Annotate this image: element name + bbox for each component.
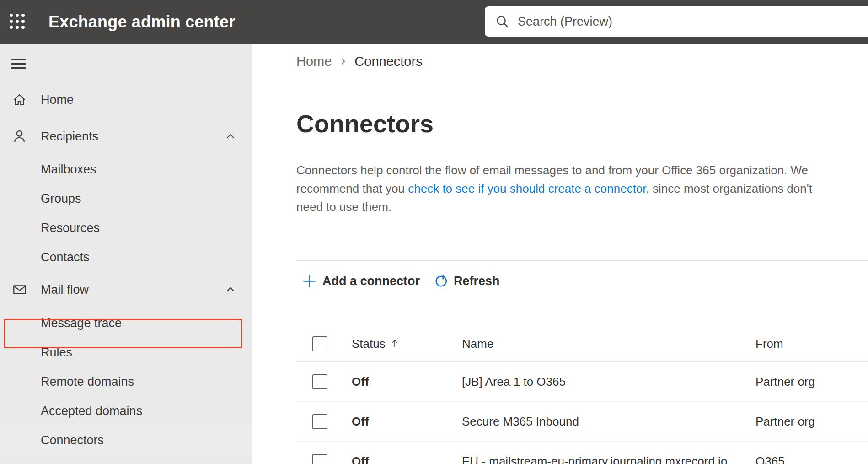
row-checkbox[interactable] <box>312 374 327 389</box>
refresh-icon <box>434 274 448 288</box>
row-checkbox[interactable] <box>312 414 327 429</box>
app-title: Exchange admin center <box>48 0 235 44</box>
add-connector-button[interactable]: Add a connector <box>296 274 420 289</box>
sidebar-item-label: Remote domains <box>41 375 134 389</box>
column-header-status[interactable]: Status <box>352 337 386 351</box>
home-icon <box>12 92 27 108</box>
sidebar-item-contacts[interactable]: Contacts <box>0 243 252 272</box>
sidebar-item-label: Rules <box>41 345 72 360</box>
chevron-up-icon[interactable] <box>225 284 236 295</box>
select-all-checkbox[interactable] <box>312 336 327 351</box>
exchange-admin-center-app: Exchange admin center Home <box>0 0 868 464</box>
sidebar-item-label: Recipients <box>41 129 98 144</box>
table-row[interactable]: Off Secure M365 Inbound Partner org <box>296 402 868 442</box>
row-checkbox[interactable] <box>312 454 327 464</box>
chevron-up-icon[interactable] <box>225 131 236 142</box>
top-bar: Exchange admin center <box>0 0 868 44</box>
cell-from: O365 <box>755 454 868 464</box>
cell-status: Off <box>352 375 462 389</box>
breadcrumb-home-link[interactable]: Home <box>296 54 332 69</box>
refresh-button[interactable]: Refresh <box>434 274 500 288</box>
sidebar-item-label: Contacts <box>41 250 90 264</box>
cell-name[interactable]: EU - mailstream-eu-primary.journaling.mx… <box>462 454 755 464</box>
column-header-from[interactable]: From <box>755 337 783 351</box>
search-icon <box>495 14 509 29</box>
breadcrumb: Home Connectors <box>296 54 868 68</box>
toolbar-divider <box>296 260 868 261</box>
cell-from: Partner org <box>755 375 868 389</box>
cell-status: Off <box>352 415 462 429</box>
breadcrumb-current: Connectors <box>354 54 422 69</box>
sidebar-item-remote-domains[interactable]: Remote domains <box>0 367 252 396</box>
main-content: Home Connectors Connectors Connectors he… <box>252 44 868 464</box>
page-title: Connectors <box>296 111 868 136</box>
search-box[interactable] <box>485 6 868 37</box>
cell-status: Off <box>352 454 462 464</box>
sidebar-item-label: Message trace <box>41 316 122 330</box>
sidebar-item-label: Home <box>41 93 74 107</box>
sidebar-nav: Home Recipients Mailboxes <box>0 44 252 464</box>
connectors-table: Status Name From Off <box>296 326 868 464</box>
sidebar-item-home[interactable]: Home <box>0 85 252 114</box>
cell-from: Partner org <box>755 415 868 429</box>
sidebar-item-label: Groups <box>41 192 81 206</box>
create-connector-check-link[interactable]: check to see if you should create a conn… <box>408 182 649 195</box>
sidebar-item-groups[interactable]: Groups <box>0 184 252 213</box>
page-description: Connectors help control the flow of emai… <box>296 161 841 216</box>
sidebar-item-recipients[interactable]: Recipients <box>0 122 252 151</box>
sidebar-item-rules[interactable]: Rules <box>0 338 252 367</box>
cell-name[interactable]: [JB] Area 1 to O365 <box>462 375 755 389</box>
sidebar-item-message-trace[interactable]: Message trace <box>0 308 252 338</box>
chevron-right-icon <box>338 56 348 66</box>
sidebar-item-accepted-domains[interactable]: Accepted domains <box>0 396 252 426</box>
sidebar-item-label: Mail flow <box>41 283 89 297</box>
column-header-name[interactable]: Name <box>462 337 493 351</box>
add-connector-label: Add a connector <box>322 274 420 288</box>
mail-icon <box>12 282 27 297</box>
person-icon <box>12 129 27 144</box>
sidebar-item-mail-flow[interactable]: Mail flow <box>0 275 252 304</box>
sidebar-item-label: Resources <box>41 221 100 235</box>
sidebar-item-resources[interactable]: Resources <box>0 213 252 243</box>
command-bar: Add a connector Refresh <box>296 269 868 293</box>
cell-name[interactable]: Secure M365 Inbound <box>462 415 755 429</box>
app-launcher-waffle-icon[interactable] <box>10 14 25 29</box>
sidebar-item-label: Accepted domains <box>41 404 142 418</box>
sort-ascending-icon <box>390 338 399 349</box>
sidebar-item-label: Connectors <box>41 433 104 448</box>
search-input[interactable] <box>517 14 793 29</box>
table-header-row: Status Name From <box>296 326 868 362</box>
plus-icon <box>302 274 317 289</box>
sidebar-item-connectors[interactable]: Connectors <box>0 426 252 455</box>
table-row[interactable]: Off [JB] Area 1 to O365 Partner org <box>296 362 868 402</box>
sidebar-item-mailboxes[interactable]: Mailboxes <box>0 155 252 184</box>
hamburger-menu-icon[interactable] <box>11 59 26 69</box>
sidebar-item-label: Mailboxes <box>41 162 96 177</box>
table-row[interactable]: Off EU - mailstream-eu-primary.journalin… <box>296 442 868 464</box>
refresh-label: Refresh <box>454 274 500 288</box>
